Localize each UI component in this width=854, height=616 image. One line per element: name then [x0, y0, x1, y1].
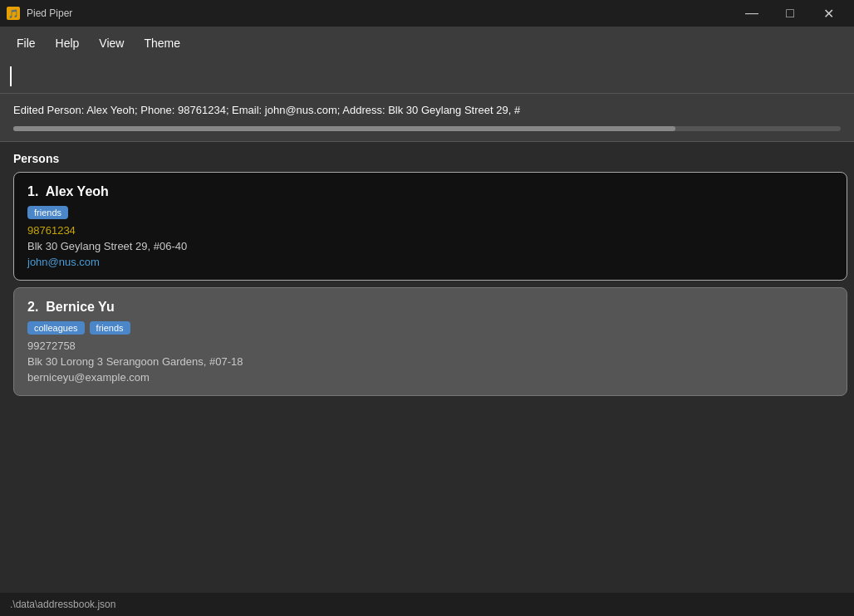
menu-view[interactable]: View — [89, 33, 134, 53]
title-bar-controls: — □ ✕ — [733, 0, 847, 27]
person-1-email: john@nus.com — [27, 256, 833, 268]
person-1-tag-0: friends — [27, 206, 68, 219]
person-1-phone: 98761234 — [27, 224, 833, 237]
maximize-button[interactable]: □ — [771, 0, 809, 27]
command-input[interactable] — [10, 66, 844, 86]
persons-section: Persons 1. Alex Yeoh friends 98761234 Bl… — [0, 142, 854, 593]
person-1-address: Blk 30 Geylang Street 29, #06-40 — [27, 240, 833, 252]
result-text: Edited Person: Alex Yeoh; Phone: 9876123… — [13, 104, 841, 116]
person-1-tags: friends — [27, 206, 833, 219]
person-2-tags: colleagues friends — [27, 321, 833, 335]
menu-file[interactable]: File — [7, 33, 46, 53]
status-text: .\data\addressbook.json — [10, 599, 115, 610]
person-2-address: Blk 30 Lorong 3 Serangoon Gardens, #07-1… — [27, 355, 833, 368]
result-scrollbar-thumb — [13, 126, 675, 131]
persons-header: Persons — [0, 149, 854, 172]
menu-help[interactable]: Help — [46, 33, 90, 53]
menu-bar: File Help View Theme — [0, 27, 854, 60]
person-2-email: berniceyu@example.com — [27, 371, 833, 384]
person-card-1[interactable]: 1. Alex Yeoh friends 98761234 Blk 30 Gey… — [13, 172, 847, 281]
title-bar: 🎵 Pied Piper — □ ✕ — [0, 0, 854, 27]
person-card-2[interactable]: 2. Bernice Yu colleagues friends 9927275… — [13, 287, 847, 396]
result-scrollbar[interactable] — [13, 126, 841, 131]
person-2-phone: 99272758 — [27, 340, 833, 352]
menu-theme[interactable]: Theme — [134, 33, 190, 53]
person-2-name: 2. Bernice Yu — [27, 300, 833, 315]
app-icon: 🎵 — [7, 7, 20, 20]
person-2-tag-1: friends — [90, 321, 130, 335]
person-1-name: 1. Alex Yeoh — [27, 184, 833, 199]
minimize-button[interactable]: — — [733, 0, 771, 27]
close-button[interactable]: ✕ — [809, 0, 847, 27]
title-bar-left: 🎵 Pied Piper — [7, 7, 72, 20]
status-bar: .\data\addressbook.json — [0, 593, 854, 616]
app-title: Pied Piper — [27, 7, 72, 19]
persons-list[interactable]: 1. Alex Yeoh friends 98761234 Blk 30 Gey… — [0, 172, 854, 593]
command-area — [0, 60, 854, 94]
result-area: Edited Person: Alex Yeoh; Phone: 9876123… — [0, 94, 854, 142]
person-2-tag-0: colleagues — [27, 321, 85, 335]
